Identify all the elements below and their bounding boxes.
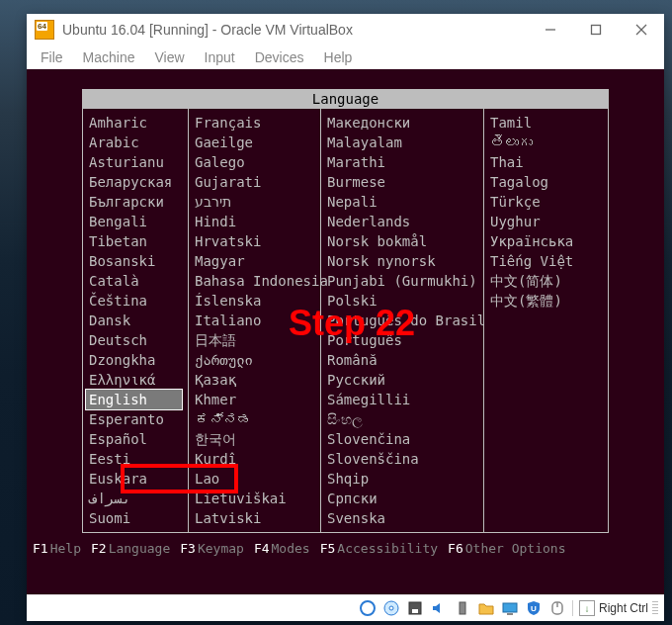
language-option[interactable]: Norsk nynorsk [327,251,483,271]
language-option[interactable]: Magyar [195,251,320,271]
fkey-f4[interactable]: F4 [254,541,270,556]
language-option[interactable]: Thai [490,152,608,172]
close-button[interactable] [619,14,664,45]
language-option[interactable]: Bosanski [89,251,188,271]
language-option[interactable]: Nederlands [327,212,483,231]
language-option[interactable]: Dansk [89,311,188,330]
language-option[interactable]: Asturianu [89,152,188,172]
display-icon[interactable] [501,599,519,617]
language-option[interactable]: Македонски [327,113,483,133]
usb-icon[interactable] [454,599,471,617]
language-option[interactable]: తెలుగు [490,133,608,152]
language-option[interactable]: Português [327,330,483,350]
language-option[interactable]: 日本語 [195,330,320,350]
language-option[interactable]: Tiếng Việt [490,251,608,271]
language-option[interactable]: Deutsch [89,330,188,350]
language-option[interactable]: ქართული [195,350,320,370]
language-option[interactable]: Gujarati [195,172,320,192]
language-option[interactable]: Français [195,113,320,133]
language-option[interactable]: 中文(繁體) [490,291,608,311]
language-option[interactable]: Euskara [89,469,188,489]
sound-icon[interactable] [430,599,448,617]
menu-file[interactable]: File [33,47,71,67]
language-option[interactable]: Bahasa Indonesia [195,271,320,291]
shield-icon[interactable]: U [525,599,543,617]
language-option[interactable]: Gaeilge [195,133,320,152]
language-option[interactable]: Bengali [89,212,188,231]
language-option[interactable]: Русский [327,370,483,390]
language-option[interactable]: Arabic [89,133,188,152]
cd-icon[interactable] [382,599,400,617]
language-option[interactable]: Slovenčina [327,429,483,449]
language-option[interactable]: Беларуская [89,172,188,192]
language-option[interactable]: Marathi [327,152,483,172]
language-option[interactable]: Malayalam [327,133,483,152]
fkey-f6[interactable]: F6 [448,541,463,556]
language-column: TamilతెలుగుThaiTagalogTürkçeUyghurУкраїн… [483,108,609,533]
minimize-button[interactable] [528,14,573,45]
fkey-f2[interactable]: F2 [91,541,107,556]
language-option[interactable]: Српски [327,489,483,508]
disc-icon[interactable] [359,599,377,617]
folder-icon[interactable] [477,599,495,617]
language-option[interactable]: Galego [195,152,320,172]
language-option[interactable]: Punjabi (Gurmukhi) [327,271,483,291]
floppy-icon[interactable] [406,599,424,617]
language-option[interactable]: Norsk bokmål [327,231,483,251]
language-option[interactable]: Hrvatski [195,231,320,251]
mouse-capture-icon[interactable] [548,599,566,617]
language-option[interactable]: Қазақ [195,370,320,390]
fkey-f5[interactable]: F5 [320,541,336,556]
language-option[interactable]: Shqip [327,469,483,489]
language-option[interactable]: Català [89,271,188,291]
language-option[interactable]: Română [327,350,483,370]
language-option[interactable]: Hindi [195,212,320,231]
language-option[interactable]: සිංහල [327,409,483,429]
language-option[interactable]: Čeština [89,291,188,311]
language-option[interactable]: Lietuviškai [195,489,320,508]
language-option[interactable]: Nepali [327,192,483,212]
language-option[interactable]: Polski [327,291,483,311]
language-option[interactable]: Svenska [327,508,483,528]
language-option[interactable]: English [86,390,182,409]
language-option[interactable]: Kurdî [195,449,320,469]
language-option[interactable]: Dzongkha [89,350,188,370]
language-option[interactable]: Uyghur [490,212,608,231]
language-option[interactable]: Íslenska [195,291,320,311]
language-option[interactable]: Lao [195,469,320,489]
fkey-f3[interactable]: F3 [180,541,196,556]
language-option[interactable]: Tamil [490,113,608,133]
menu-help[interactable]: Help [316,47,361,67]
menu-devices[interactable]: Devices [247,47,312,67]
maximize-button[interactable] [573,14,619,45]
menu-machine[interactable]: Machine [75,47,143,67]
language-option[interactable]: Tibetan [89,231,188,251]
language-option[interactable]: Sámegillii [327,390,483,409]
fkey-label: Language [109,541,171,556]
language-option[interactable]: Български [89,192,188,212]
language-option[interactable]: Esperanto [89,409,188,429]
language-option[interactable]: Українська [490,231,608,251]
language-option[interactable]: Español [89,429,188,449]
language-column: МакедонскиMalayalamMarathiBurmeseNepaliN… [320,108,483,533]
language-option[interactable]: Amharic [89,113,188,133]
menu-input[interactable]: Input [197,47,243,67]
menu-view[interactable]: View [146,47,192,67]
language-option[interactable]: Slovenščina [327,449,483,469]
language-option[interactable]: ىسراف [89,489,188,508]
language-option[interactable]: Türkçe [490,192,608,212]
language-option[interactable]: Burmese [327,172,483,192]
fkey-f1[interactable]: F1 [33,541,48,556]
language-option[interactable]: Ελληνικά [89,370,188,390]
language-option[interactable]: 한국어 [195,429,320,449]
language-option[interactable]: Latviski [195,508,320,528]
language-option[interactable]: ಕನ್ನಡ [195,409,320,429]
language-option[interactable]: Khmer [195,390,320,409]
language-option[interactable]: Italiano [195,311,320,330]
language-option[interactable]: תירבע [195,192,320,212]
language-option[interactable]: Suomi [89,508,188,528]
language-option[interactable]: Eesti [89,449,188,469]
language-option[interactable]: Português do Brasil [327,311,483,330]
language-option[interactable]: 中文(简体) [490,271,608,291]
language-option[interactable]: Tagalog [490,172,608,192]
